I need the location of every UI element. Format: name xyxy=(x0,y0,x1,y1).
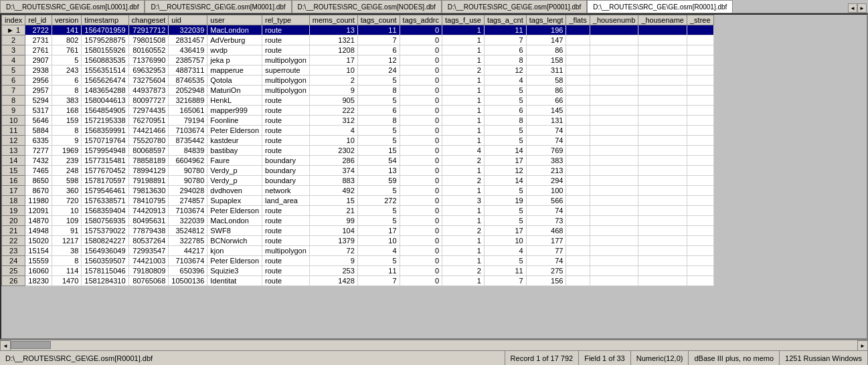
cell-rel_type: route xyxy=(262,106,310,116)
cell-timestamp: 1564936049 xyxy=(82,246,128,256)
table-row: 22150201217158082422780537264322785BCNor… xyxy=(2,236,714,246)
cell-rel_type: route xyxy=(262,45,310,55)
col-timestamp: timestamp xyxy=(82,15,128,25)
cell-version: 8 xyxy=(52,256,81,266)
cell-timestamp: 1577315481 xyxy=(82,156,128,166)
cell-tags_addrc: 0 xyxy=(400,96,442,106)
table-scroll-area[interactable]: index rel_id version timestamp changeset… xyxy=(0,13,868,340)
tab-r0001[interactable]: D:\__ROUTES\SRC_GE\GE.osm[R0001].dbf xyxy=(587,0,733,13)
col-tags_f_use: tags_f_use xyxy=(442,15,485,25)
cell-tags_addrc: 0 xyxy=(400,136,442,146)
cell-tags_addrc: 0 xyxy=(400,166,442,176)
cell-tags_f_use: 1 xyxy=(442,126,485,136)
cell-tags_lengt: 383 xyxy=(526,156,566,166)
tab-scroll-left-btn[interactable]: ◄ xyxy=(848,3,857,13)
cell-_flats xyxy=(566,276,590,286)
cell-tags_lengt: 74 xyxy=(526,256,566,266)
cell-_flats xyxy=(566,256,590,266)
table-row: 23151543815649360497299354744217kjonmult… xyxy=(2,246,714,256)
tab-p0001[interactable]: D:\__ROUTES\SRC_GE\GE.osm[P0001].dbf xyxy=(442,0,588,13)
cell-timestamp: 1564854905 xyxy=(82,106,128,116)
h-scroll-left-btn[interactable]: ◄ xyxy=(0,340,11,351)
col-rel_id: rel_id xyxy=(25,15,52,25)
cell-mems_count: 13 xyxy=(309,25,357,35)
cell-_stree xyxy=(687,186,713,196)
cell-rel_type: route xyxy=(262,216,310,226)
cell-user: wvdp xyxy=(207,45,262,55)
cell-tags_count: 272 xyxy=(357,196,400,206)
cell-user: mapperue xyxy=(207,66,262,76)
status-record: Record 1 of 17 792 xyxy=(505,351,580,365)
cell-mems_count: 905 xyxy=(309,96,357,106)
cell-rel_id: 15559 xyxy=(25,256,52,266)
cell-rel_id: 2956 xyxy=(25,76,52,86)
cell-tags_a_cnt: 10 xyxy=(484,236,526,246)
h-scroll-right-btn[interactable]: ► xyxy=(857,340,868,351)
cell-tags_addrc: 0 xyxy=(400,146,442,156)
cell-uid: 274857 xyxy=(169,196,207,206)
cell-version: 383 xyxy=(52,96,81,106)
cell-mems_count: 4 xyxy=(309,126,357,136)
cell-user: dvdhoven xyxy=(207,186,262,196)
cell-timestamp: 1565626474 xyxy=(82,76,128,86)
cell-changeset: 72993547 xyxy=(128,246,169,256)
cell-changeset: 80160552 xyxy=(128,45,169,55)
cell-timestamp: 1580155926 xyxy=(82,45,128,55)
cell-mems_count: 72 xyxy=(309,246,357,256)
cell-tags_count: 13 xyxy=(357,166,400,176)
cell-tags_lengt: 156 xyxy=(526,276,566,286)
cell-tags_count: 5 xyxy=(357,256,400,266)
cell-version: 720 xyxy=(52,196,81,206)
cell-rel_type: boundary xyxy=(262,166,310,176)
cell-_flats xyxy=(566,106,590,116)
cell-tags_lengt: 145 xyxy=(526,106,566,116)
cell-changeset: 79180809 xyxy=(128,266,169,276)
cell-tags_count: 24 xyxy=(357,66,400,76)
cell-rel_type: route xyxy=(262,256,310,266)
h-scroll-thumb[interactable] xyxy=(11,341,51,349)
row-index-cell: 15 xyxy=(2,166,25,176)
cell-_housename xyxy=(638,166,687,176)
tab-scroll-right-btn[interactable]: ► xyxy=(857,3,867,13)
cell-rel_type: route xyxy=(262,146,310,156)
cell-mems_count: 883 xyxy=(309,176,357,186)
table-row: 2618230147015812843108076506810500136Ide… xyxy=(2,276,714,286)
cell-uid: 322785 xyxy=(169,236,207,246)
data-table: index rel_id version timestamp changeset… xyxy=(1,15,714,286)
cell-_stree xyxy=(687,146,713,156)
cell-changeset: 44937873 xyxy=(128,86,169,96)
cell-_stree xyxy=(687,35,713,45)
tab-nodes[interactable]: D:\__ROUTES\SRC_GE\GE.osm[NODES].dbf xyxy=(292,0,442,13)
cell-tags_lengt: 86 xyxy=(526,45,566,55)
row-index-cell: 19 xyxy=(2,206,25,216)
tab-m0001[interactable]: D:\__ROUTES\SRC_GE\GE.osm[M0001].dbf xyxy=(145,0,291,13)
cell-_flats xyxy=(566,66,590,76)
cell-_flats xyxy=(566,116,590,126)
cell-tags_f_use: 1 xyxy=(442,216,485,226)
cell-tags_addrc: 0 xyxy=(400,206,442,216)
cell-changeset: 80068597 xyxy=(128,146,169,156)
cell-_flats xyxy=(566,216,590,226)
cell-changeset: 74421003 xyxy=(128,256,169,266)
cell-changeset: 74420913 xyxy=(128,206,169,216)
cell-tags_addrc: 0 xyxy=(400,236,442,246)
cell-_housenumb xyxy=(590,226,638,236)
cell-_housenumb xyxy=(590,25,638,35)
h-scroll-track[interactable] xyxy=(11,340,857,350)
row-index-cell: 8 xyxy=(2,96,25,106)
cell-changeset: 76270951 xyxy=(128,116,169,126)
cell-tags_lengt: 100 xyxy=(526,186,566,196)
cell-uid: 322039 xyxy=(169,216,207,226)
cell-mems_count: 9 xyxy=(309,86,357,96)
tab-l0001[interactable]: D:\__ROUTES\SRC_GE\GE.osm[L0001].dbf xyxy=(0,0,145,13)
table-row: 2114948911575379022778794383524812SWF8ro… xyxy=(2,226,714,236)
cell-_housename xyxy=(638,266,687,276)
cell-tags_a_cnt: 14 xyxy=(484,146,526,156)
cell-tags_count: 12 xyxy=(357,55,400,66)
cell-rel_id: 12091 xyxy=(25,206,52,216)
col-tags_count: tags_count xyxy=(357,15,400,25)
cell-mems_count: 1379 xyxy=(309,236,357,246)
cell-_housenumb xyxy=(590,196,638,206)
cell-version: 114 xyxy=(52,266,81,276)
cell-tags_addrc: 0 xyxy=(400,25,442,35)
